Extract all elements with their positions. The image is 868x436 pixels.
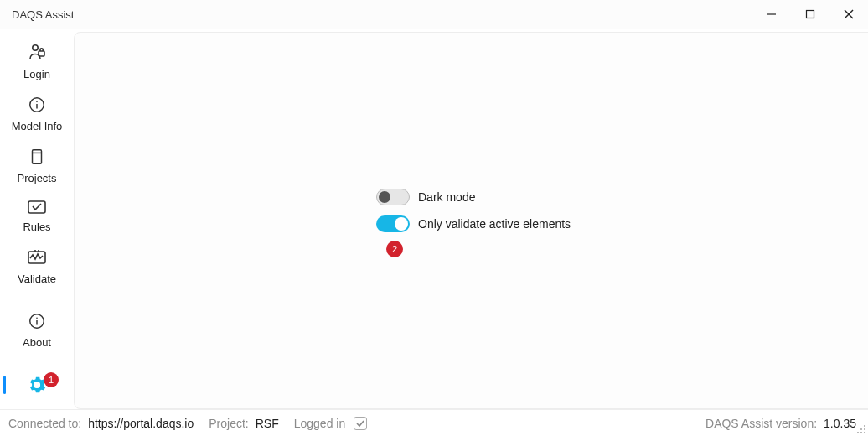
sidebar-item-settings[interactable]: 1 xyxy=(0,362,74,409)
settings-panel: Dark mode Only validate active elements … xyxy=(74,32,868,409)
status-project-label: Project: xyxy=(209,417,248,430)
dark-mode-toggle[interactable] xyxy=(376,189,410,205)
svg-point-18 xyxy=(34,382,40,387)
rules-icon xyxy=(27,200,47,217)
status-loggedin-checkbox xyxy=(354,417,367,430)
sidebar-item-model-info[interactable]: Model Info xyxy=(0,89,74,141)
svg-point-23 xyxy=(860,432,862,433)
statusbar: Connected to: https://portal.daqs.io Pro… xyxy=(0,409,868,436)
callout-badge: 2 xyxy=(386,241,403,257)
svg-rect-1 xyxy=(807,11,814,18)
sidebar-item-label: Login xyxy=(23,68,50,80)
info-icon xyxy=(28,96,46,117)
sidebar-item-label: Projects xyxy=(18,172,57,184)
svg-point-22 xyxy=(857,432,859,433)
svg-point-7 xyxy=(36,101,38,103)
validate-icon xyxy=(26,248,48,269)
sidebar-item-rules[interactable]: Rules xyxy=(0,193,74,241)
svg-point-16 xyxy=(36,318,38,319)
sidebar-item-validate[interactable]: Validate xyxy=(0,241,74,293)
sidebar-item-login[interactable]: Login xyxy=(0,35,74,89)
window-minimize-button[interactable] xyxy=(752,0,791,29)
status-connected-value: https://portal.daqs.io xyxy=(88,417,194,430)
status-version-value: 1.0.35 xyxy=(824,417,856,430)
dark-mode-label: Dark mode xyxy=(418,190,475,204)
titlebar: DAQS Assist xyxy=(0,0,868,29)
only-validate-active-label: Only validate active elements xyxy=(418,217,571,231)
svg-rect-9 xyxy=(33,150,42,164)
status-project-value: RSF xyxy=(256,417,279,430)
sidebar-item-projects[interactable]: Projects xyxy=(0,141,74,193)
svg-point-20 xyxy=(860,428,862,430)
active-tab-indicator xyxy=(3,376,6,394)
only-validate-active-toggle[interactable] xyxy=(376,215,410,232)
settings-badge: 1 xyxy=(44,372,59,387)
projects-icon xyxy=(28,148,46,169)
svg-point-24 xyxy=(864,432,865,433)
window-title: DAQS Assist xyxy=(12,8,74,21)
status-version-label: DAQS Assist version: xyxy=(705,417,817,430)
login-icon xyxy=(27,42,47,65)
resize-grip-icon[interactable] xyxy=(856,424,866,434)
sidebar-item-label: Rules xyxy=(23,221,50,233)
status-connected-label: Connected to: xyxy=(8,417,81,430)
svg-point-4 xyxy=(33,45,38,50)
sidebar-item-label: About xyxy=(23,336,51,349)
sidebar-item-about[interactable]: About xyxy=(0,305,74,357)
window-close-button[interactable] xyxy=(829,0,868,29)
sidebar-item-label: Model Info xyxy=(12,120,63,132)
svg-point-21 xyxy=(864,428,865,430)
window-maximize-button[interactable] xyxy=(791,0,829,29)
svg-point-19 xyxy=(864,425,865,427)
sidebar: Login Model Info xyxy=(0,29,74,409)
status-loggedin-label: Logged in xyxy=(294,417,346,430)
sidebar-item-label: Validate xyxy=(18,272,56,285)
info-icon xyxy=(28,312,46,333)
